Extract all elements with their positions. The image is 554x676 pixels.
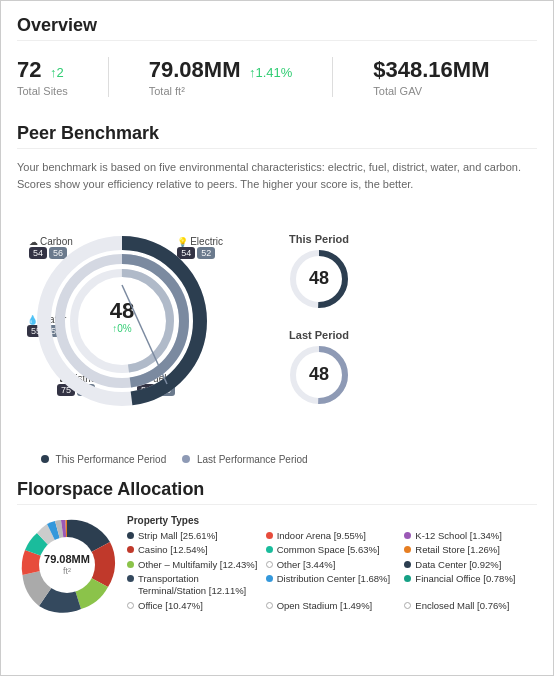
this-period-legend-item: This Performance Period xyxy=(41,454,166,465)
legend-dot-multifamily xyxy=(127,561,134,568)
legend-retail: Retail Store [1.26%] xyxy=(404,544,537,556)
svg-text:48: 48 xyxy=(309,364,329,384)
legend-label-indoor-arena: Indoor Arena [9.55%] xyxy=(277,530,366,542)
legend-financial: Financial Office [0.78%] xyxy=(404,573,537,598)
stat-divider-1 xyxy=(108,57,109,97)
property-types-label: Property Types xyxy=(127,515,537,526)
overview-stats: 72 ↑2 Total Sites 79.08MM ↑1.41% Total f… xyxy=(17,51,537,103)
legend-label-enclosed-mall: Enclosed Mall [0.76%] xyxy=(415,600,509,612)
legend-dot-transportation xyxy=(127,575,134,582)
legend-k12: K-12 School [1.34%] xyxy=(404,530,537,542)
pie-chart-container: 79.08MM ft² xyxy=(17,515,117,615)
legend-distribution: Distribution Center [1.68%] xyxy=(266,573,399,598)
svg-text:48: 48 xyxy=(309,268,329,288)
peer-benchmark-section: Peer Benchmark Your benchmark is based o… xyxy=(17,123,537,465)
svg-text:48: 48 xyxy=(110,298,134,323)
legend-other: Other [3.44%] xyxy=(266,559,399,571)
stat-value-gav: $348.16MM xyxy=(373,57,489,83)
stat-label-sites: Total Sites xyxy=(17,85,68,97)
legend-dot-k12 xyxy=(404,532,411,539)
benchmark-container: ☁Carbon 5456 💡Electric 5452 💧Water 5555 … xyxy=(17,206,537,446)
floorspace-section: Floorspace Allocation xyxy=(17,479,537,615)
legend-label-other: Other [3.44%] xyxy=(277,559,336,571)
legend-container: Strip Mall [25.61%] Indoor Arena [9.55%]… xyxy=(127,530,537,612)
legend-label-data-center: Data Center [0.92%] xyxy=(415,559,501,571)
stat-value-ft2: 79.08MM ↑1.41% xyxy=(149,57,293,83)
this-period-legend-dot xyxy=(41,455,49,463)
last-period-circle: 48 xyxy=(289,345,349,405)
legend-label-distribution: Distribution Center [1.68%] xyxy=(277,573,391,585)
legend-dot-office xyxy=(127,602,134,609)
legend-dot-common-space xyxy=(266,546,273,553)
overview-title: Overview xyxy=(17,15,537,41)
this-period-circle: 48 xyxy=(289,249,349,309)
stat-value-sites: 72 ↑2 xyxy=(17,57,68,83)
legend-office: Office [10.47%] xyxy=(127,600,260,612)
legend-dot-financial xyxy=(404,575,411,582)
legend-open-stadium: Open Stadium [1.49%] xyxy=(266,600,399,612)
pie-center-unit: ft² xyxy=(44,567,90,577)
legend-dot-data-center xyxy=(404,561,411,568)
legend-dot-distribution xyxy=(266,575,273,582)
legend-dot-indoor-arena xyxy=(266,532,273,539)
legend-casino: Casino [12.54%] xyxy=(127,544,260,556)
this-period-label: This Period xyxy=(289,233,349,245)
legend-label-open-stadium: Open Stadium [1.49%] xyxy=(277,600,373,612)
floorspace-title: Floorspace Allocation xyxy=(17,479,537,505)
legend-indoor-arena: Indoor Arena [9.55%] xyxy=(266,530,399,542)
donut-chart: 48 ↑0% xyxy=(37,236,207,406)
floorspace-legend-area: Property Types Strip Mall [25.61%] Indoo… xyxy=(127,515,537,612)
last-period-legend-dot xyxy=(182,455,190,463)
legend-dot-enclosed-mall xyxy=(404,602,411,609)
legend-label-strip-mall: Strip Mall [25.61%] xyxy=(138,530,218,542)
overview-section: Overview 72 ↑2 Total Sites 79.08MM ↑1.41… xyxy=(17,15,537,103)
legend-dot-casino xyxy=(127,546,134,553)
stat-label-ft2: Total ft² xyxy=(149,85,293,97)
legend-dot-other xyxy=(266,561,273,568)
legend-label-casino: Casino [12.54%] xyxy=(138,544,208,556)
legend-multifamily: Other – Multifamily [12.43%] xyxy=(127,559,260,571)
legend-transportation: Transportation Terminal/Station [12.11%] xyxy=(127,573,260,598)
stat-total-sites: 72 ↑2 Total Sites xyxy=(17,57,68,97)
last-period-legend-item: Last Performance Period xyxy=(182,454,307,465)
donut-section: ☁Carbon 5456 💡Electric 5452 💧Water 5555 … xyxy=(17,206,277,446)
period-legend: This Performance Period Last Performance… xyxy=(41,454,537,465)
legend-label-common-space: Common Space [5.63%] xyxy=(277,544,380,556)
peer-benchmark-title: Peer Benchmark xyxy=(17,123,537,149)
legend-common-space: Common Space [5.63%] xyxy=(266,544,399,556)
legend-strip-mall: Strip Mall [25.61%] xyxy=(127,530,260,542)
legend-dot-retail xyxy=(404,546,411,553)
this-period-container: This Period 48 xyxy=(289,233,349,313)
last-period-container: Last Period 48 xyxy=(289,329,349,409)
page-container: Overview 72 ↑2 Total Sites 79.08MM ↑1.41… xyxy=(1,1,553,629)
legend-data-center: Data Center [0.92%] xyxy=(404,559,537,571)
legend-dot-strip-mall xyxy=(127,532,134,539)
legend-label-transportation: Transportation Terminal/Station [12.11%] xyxy=(138,573,260,598)
legend-label-k12: K-12 School [1.34%] xyxy=(415,530,502,542)
svg-text:↑0%: ↑0% xyxy=(112,323,132,334)
stat-total-ft2: 79.08MM ↑1.41% Total ft² xyxy=(149,57,293,97)
legend-label-office: Office [10.47%] xyxy=(138,600,203,612)
legend-dot-open-stadium xyxy=(266,602,273,609)
stat-label-gav: Total GAV xyxy=(373,85,489,97)
pie-center-label: 79.08MM ft² xyxy=(44,553,90,576)
last-period-label: Last Period xyxy=(289,329,349,341)
peer-benchmark-desc: Your benchmark is based on five environm… xyxy=(17,159,537,192)
floorspace-container: 79.08MM ft² Property Types Strip Mall [2… xyxy=(17,515,537,615)
period-side: This Period 48 Last Period 48 xyxy=(289,233,349,409)
legend-enclosed-mall: Enclosed Mall [0.76%] xyxy=(404,600,537,612)
stat-divider-2 xyxy=(332,57,333,97)
pie-center-value: 79.08MM xyxy=(44,553,90,566)
legend-label-retail: Retail Store [1.26%] xyxy=(415,544,500,556)
legend-label-financial: Financial Office [0.78%] xyxy=(415,573,515,585)
legend-label-multifamily: Other – Multifamily [12.43%] xyxy=(138,559,257,571)
stat-total-gav: $348.16MM Total GAV xyxy=(373,57,489,97)
